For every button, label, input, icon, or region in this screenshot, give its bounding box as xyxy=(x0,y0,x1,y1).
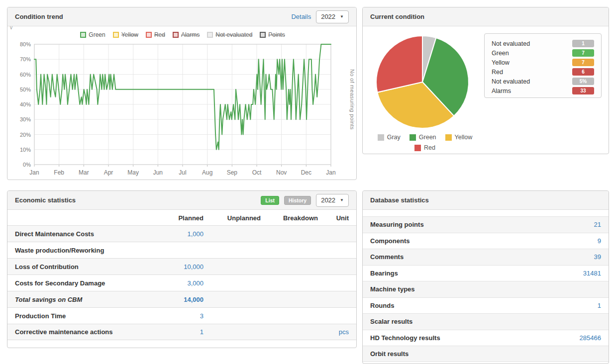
db-row-value[interactable]: 39 xyxy=(594,253,601,261)
eco-row: Production Time3 xyxy=(7,307,356,324)
svg-text:Apr: Apr xyxy=(104,169,113,176)
economic-statistics-header: Economic statistics List History 2022 ▼ xyxy=(7,191,356,210)
legend-item-yellow[interactable]: Yellow xyxy=(113,31,138,38)
stat-label: Green xyxy=(492,50,509,57)
db-row-label: Measuring points xyxy=(370,221,424,228)
details-link[interactable]: Details xyxy=(291,13,311,20)
db-row-label: Comments xyxy=(370,253,404,261)
db-row: Components9 xyxy=(363,233,609,249)
legend-swatch xyxy=(260,32,266,38)
eco-value-planned[interactable]: 1 xyxy=(149,328,204,336)
stat-badge: 6 xyxy=(572,68,594,76)
db-row: Bearings31481 xyxy=(363,265,609,281)
eco-row: Waste production/Reworking xyxy=(7,242,356,258)
db-row: Measuring points21 xyxy=(363,216,609,233)
condition-pie-chart xyxy=(367,30,486,133)
svg-text:40%: 40% xyxy=(20,101,31,107)
eco-value-planned[interactable]: 3,000 xyxy=(149,279,204,287)
economic-statistics-panel: Economic statistics List History 2022 ▼ … xyxy=(7,190,357,348)
stat-row: Red6 xyxy=(492,67,594,77)
pie-legend-label: Gray xyxy=(387,134,401,141)
eco-row-label: Corrective maintenance actions xyxy=(15,328,149,336)
year-select[interactable]: 2022 ▼ xyxy=(316,194,349,207)
condition-trend-chart: 0%10%20%30%40%50%60%70%80%JanFebMarAprMa… xyxy=(7,26,357,181)
svg-text:10%: 10% xyxy=(20,147,31,153)
svg-text:80%: 80% xyxy=(20,41,31,47)
list-button[interactable]: List xyxy=(261,196,279,205)
eco-row: Direct Maintenance Costs1,000 xyxy=(7,225,356,242)
pie-legend-swatch xyxy=(410,134,416,141)
db-row-label: Components xyxy=(370,237,410,245)
pie-legend-swatch xyxy=(414,145,421,151)
stat-row: Not evaluated1 xyxy=(492,39,594,48)
stat-badge: 5% xyxy=(572,78,594,85)
legend-item-not-evaluated[interactable]: Not evaluated xyxy=(207,31,252,38)
svg-text:May: May xyxy=(127,169,139,176)
db-row-label: HD Technology results xyxy=(370,334,440,342)
eco-value-planned[interactable]: 3 xyxy=(149,312,204,320)
legend-swatch xyxy=(146,32,152,38)
right-axis-label: No of measuring points xyxy=(349,69,355,130)
year-select[interactable]: 2022 ▼ xyxy=(316,10,349,23)
legend-label: Not evaluated xyxy=(215,31,252,38)
db-row-value[interactable]: 31481 xyxy=(583,270,601,277)
eco-value-planned[interactable]: 10,000 xyxy=(149,263,204,271)
stat-row: Green7 xyxy=(492,48,594,58)
eco-row-label: Waste production/Reworking xyxy=(15,247,149,254)
pie-legend-item-red[interactable]: Red xyxy=(414,144,435,151)
history-button[interactable]: History xyxy=(284,196,311,205)
stat-row: Not evaluated5% xyxy=(492,77,594,86)
legend-item-red[interactable]: Red xyxy=(146,31,165,38)
svg-text:0%: 0% xyxy=(23,162,31,168)
legend-label: Red xyxy=(154,31,165,38)
eco-row-label: Costs for Secondary Damage xyxy=(15,279,149,287)
legend-swatch xyxy=(113,32,119,38)
svg-text:Oct: Oct xyxy=(252,169,262,176)
pie-legend-item-yellow[interactable]: Yellow xyxy=(445,134,473,141)
db-row-value[interactable]: 285466 xyxy=(580,334,601,342)
pie-legend-label: Red xyxy=(424,144,435,151)
stat-badge: 1 xyxy=(572,40,594,47)
panel-title: Condition trend xyxy=(15,13,286,20)
pie-legend-item-green[interactable]: Green xyxy=(410,134,436,141)
stat-label: Yellow xyxy=(492,59,510,66)
eco-column-headers: Planned Unplanned Breakdown Unit xyxy=(7,210,356,225)
pie-slice-red[interactable] xyxy=(376,36,422,92)
legend-item-points[interactable]: Points xyxy=(260,31,285,38)
eco-value-planned[interactable]: 14,000 xyxy=(149,296,204,303)
pie-legend-swatch xyxy=(445,134,452,141)
svg-text:Jul: Jul xyxy=(179,169,186,176)
db-row-value[interactable]: 1 xyxy=(598,302,601,309)
pie-legend-row: Red xyxy=(414,144,435,151)
eco-row: Costs for Secondary Damage3,000 xyxy=(7,274,356,291)
condition-trend-panel: Condition trend Details 2022 ▼ v GreenYe… xyxy=(7,7,357,180)
condition-stats-card: Not evaluated1Green7Yellow7Red6Not evalu… xyxy=(484,33,602,98)
eco-value-unit[interactable]: pcs xyxy=(318,328,349,336)
svg-text:Dec: Dec xyxy=(301,169,311,176)
col-unplanned: Unplanned xyxy=(204,214,261,222)
db-row: Comments39 xyxy=(363,249,609,265)
eco-row-label: Loss of Contribution xyxy=(15,263,149,271)
col-breakdown: Breakdown xyxy=(261,214,318,222)
db-row-label: Orbit results xyxy=(370,350,409,358)
panel-title: Economic statistics xyxy=(15,196,256,204)
db-row-value[interactable]: 21 xyxy=(594,221,601,228)
stat-badge: 7 xyxy=(572,59,594,66)
stat-label: Not evaluated xyxy=(492,78,530,85)
legend-item-alarms[interactable]: Alarms xyxy=(173,31,200,38)
pie-legend: GrayGreenYellowRed xyxy=(363,134,487,151)
db-row: Machine types xyxy=(363,281,609,297)
db-table-body: Measuring points21Components9Comments39B… xyxy=(363,210,609,362)
svg-text:Jun: Jun xyxy=(153,169,163,176)
db-row-value[interactable]: 9 xyxy=(598,237,601,245)
database-statistics-header: Database statistics xyxy=(363,191,609,210)
legend-label: Points xyxy=(268,31,285,38)
stat-label: Not evaluated xyxy=(492,40,530,47)
stat-badge: 33 xyxy=(572,87,594,94)
eco-row: Total savings on CBM14,000 xyxy=(7,291,356,307)
legend-item-green[interactable]: Green xyxy=(80,31,105,38)
pie-legend-label: Yellow xyxy=(455,134,473,141)
eco-value-planned[interactable]: 1,000 xyxy=(149,230,204,238)
svg-text:Jan: Jan xyxy=(29,169,39,176)
pie-legend-item-gray[interactable]: Gray xyxy=(378,134,401,141)
